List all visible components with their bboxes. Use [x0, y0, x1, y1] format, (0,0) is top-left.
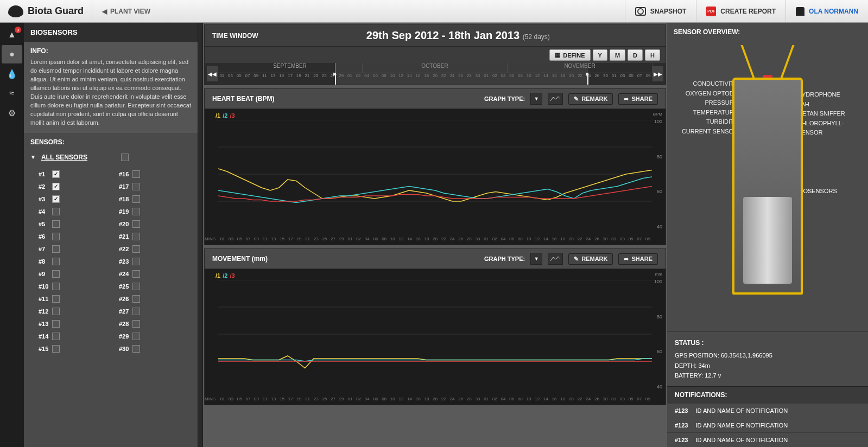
sensor-checkbox[interactable] [132, 170, 140, 178]
pdf-icon: PDF [706, 7, 716, 16]
range-month-button[interactable]: M [610, 49, 625, 61]
timeline-ruler[interactable]: ◀◀ SEPTEMBEROCTOBERNOVEMBER 010305070911… [205, 63, 666, 85]
sensor-checkbox[interactable] [52, 220, 60, 228]
nav-back[interactable]: ◀ PLANT VIEW [92, 0, 160, 22]
remark-button[interactable]: ✎ REMARK [568, 93, 613, 105]
sensor-row: #18 [111, 194, 191, 205]
sensor-name: #30 [111, 346, 132, 352]
sensor-checkbox[interactable]: ✓ [52, 195, 60, 203]
sensor-row: #2✓ [30, 181, 111, 192]
sensor-checkbox[interactable] [132, 220, 140, 228]
sensor-checkbox[interactable] [132, 258, 140, 265]
all-sensors-toggle[interactable]: ▼ ALL SENSORS [30, 154, 191, 161]
rail-settings[interactable]: ⚙ [2, 104, 22, 122]
sensor-row: #15 [30, 343, 111, 354]
timeline-selection[interactable] [335, 63, 587, 85]
sensor-checkbox[interactable] [132, 195, 140, 203]
heartbeat-chart: 1 2 3 BPM 100806040 MINS 010305070911131… [205, 109, 666, 245]
range-year-button[interactable]: Y [593, 49, 607, 61]
sensor-checkbox[interactable] [52, 320, 60, 328]
rail-alerts[interactable]: ▲9 [2, 25, 22, 44]
sensor-row: #7 [30, 244, 111, 254]
remark-button[interactable]: ✎ REMARK [568, 253, 613, 265]
sensor-name: #22 [111, 246, 132, 252]
sensor-name: #16 [111, 171, 132, 177]
sensor-checkbox[interactable] [132, 308, 140, 315]
sensor-name: #13 [30, 321, 52, 327]
graph-type-dropdown[interactable]: ▼ [530, 253, 542, 265]
sensor-name: #23 [111, 258, 132, 265]
sensor-checkbox[interactable] [132, 295, 140, 303]
sensor-checkbox[interactable] [52, 295, 60, 303]
notification-row[interactable]: #123ID AND NAME OF NOTIFICATION [667, 418, 868, 432]
sensor-checkbox[interactable] [52, 345, 60, 353]
sensor-checkbox[interactable] [52, 233, 60, 240]
sensor-name: #17 [111, 183, 132, 190]
movement-panel: MOVEMENT (mm) GRAPH TYPE: ▼ ✎ REMARK ➦ S… [204, 248, 666, 405]
graph-type-line-icon[interactable] [548, 93, 563, 105]
sensor-checkbox[interactable] [132, 208, 140, 215]
timeline-cursor-end[interactable] [587, 73, 588, 85]
time-window-range: 29th Sep 2012 - 18th Jan 2013 (52 days) [258, 29, 658, 42]
sensor-name: #26 [111, 296, 132, 302]
range-day-button[interactable]: D [628, 49, 643, 61]
sensor-row: #28 [111, 318, 191, 329]
sensor-checkbox[interactable] [132, 320, 140, 328]
sensor-name: #10 [30, 283, 52, 290]
sensor-checkbox[interactable] [52, 333, 60, 340]
timeline-prev[interactable]: ◀◀ [207, 66, 218, 81]
left-panel: BIOSENSORS INFO: Lorem ipsum dolor sit a… [24, 23, 198, 447]
rail-waves[interactable]: ≈ [2, 84, 22, 103]
rail-biosensors[interactable]: ● [2, 45, 22, 63]
drag-handle[interactable] [198, 23, 203, 447]
range-hour-button[interactable]: H [645, 49, 660, 61]
rail-fluids[interactable]: 💧 [2, 65, 22, 83]
graph-type-line-icon[interactable] [548, 253, 563, 265]
sensor-row: #21 [111, 231, 191, 242]
sensor-row: #12 [30, 306, 111, 317]
create-report-button[interactable]: PDF CREATE REPORT [696, 0, 785, 22]
user-menu[interactable]: OLA NORMANN [785, 0, 868, 22]
sensor-name: #15 [30, 346, 52, 352]
sensor-name: #5 [30, 221, 52, 227]
timeline-next[interactable]: ▶▶ [652, 66, 663, 81]
sensor-checkbox[interactable] [52, 245, 60, 253]
sensor-checkbox[interactable] [52, 283, 60, 290]
sensor-checkbox[interactable] [132, 233, 140, 240]
sensor-checkbox[interactable] [52, 258, 60, 265]
sensor-name: #25 [111, 283, 132, 290]
sensor-checkbox[interactable]: ✓ [52, 170, 60, 178]
all-sensors-checkbox[interactable] [121, 154, 129, 161]
sensor-checkbox[interactable] [52, 208, 60, 215]
snapshot-button[interactable]: SNAPSHOT [625, 0, 696, 22]
sensor-name: #24 [111, 271, 132, 277]
share-button[interactable]: ➦ SHARE [618, 253, 658, 265]
sensor-checkbox[interactable] [52, 308, 60, 315]
app-name: Biota Guard [28, 5, 84, 17]
sensor-name: #2 [30, 183, 52, 190]
define-button[interactable]: ▦ DEFINE [549, 49, 590, 61]
sensor-checkbox[interactable] [52, 270, 60, 278]
sensor-checkbox[interactable] [132, 345, 140, 353]
sensor-name: #27 [111, 308, 132, 315]
notification-row[interactable]: #123ID AND NAME OF NOTIFICATION [667, 403, 868, 418]
sensor-name: #9 [30, 271, 52, 277]
sensor-checkbox[interactable] [132, 245, 140, 253]
sensor-checkbox[interactable] [132, 333, 140, 340]
notification-row[interactable]: #123ID AND NAME OF NOTIFICATION [667, 432, 868, 447]
nav-back-label: PLANT VIEW [110, 8, 150, 15]
sensor-checkbox[interactable] [132, 270, 140, 278]
sensor-checkbox[interactable] [132, 183, 140, 190]
sensor-row: #26 [111, 293, 191, 304]
app-logo[interactable]: Biota Guard [0, 5, 92, 17]
sensor-row: #5 [30, 219, 111, 229]
share-button[interactable]: ➦ SHARE [618, 93, 658, 105]
graph-type-dropdown[interactable]: ▼ [530, 93, 542, 105]
sensor-checkbox[interactable]: ✓ [52, 183, 60, 190]
sensor-checkbox[interactable] [132, 283, 140, 290]
sensor-overview-title: SENSOR OVERVIEW: [667, 23, 868, 41]
sensor-row: #4 [30, 206, 111, 217]
gear-icon: ⚙ [8, 108, 16, 118]
timeline-cursor-start[interactable] [335, 73, 336, 85]
movement-chart: 1 2 3 mm 100806040 MINS 0103050709111315… [205, 269, 666, 405]
